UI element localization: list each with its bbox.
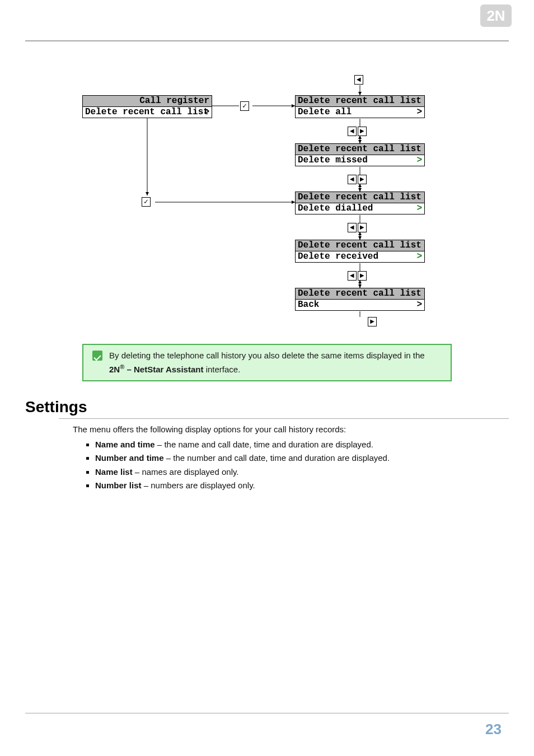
settings-heading: Settings: [25, 398, 509, 416]
right-key-icon: ►: [358, 223, 367, 232]
menu-item-label: Delete recent call list: [85, 107, 209, 117]
option-desc: – the name and call date, time and durat…: [155, 440, 373, 449]
menu-title: Delete recent call list: [296, 288, 424, 300]
tip-prefix: By deleting the telephone call history y…: [109, 351, 425, 360]
left-key-icon: ◄: [348, 223, 357, 232]
option-name: Name and time: [95, 440, 155, 449]
logo-icon: 2N: [480, 4, 512, 27]
menu-item-label: Back: [298, 300, 319, 310]
delete-missed-menu-box: Delete recent call list Delete missed >: [295, 143, 425, 166]
menu-item-label: Delete missed: [298, 155, 368, 165]
tip-callout: By deleting the telephone call history y…: [82, 344, 452, 381]
right-key-icon: ►: [358, 127, 367, 136]
delete-received-item[interactable]: Delete received >: [296, 251, 424, 262]
check-icon: [92, 351, 102, 361]
right-key-icon: ►: [368, 317, 377, 326]
call-register-title: Call register: [83, 96, 212, 107]
chevron-right-icon: >: [416, 107, 422, 118]
menu-title: Delete recent call list: [296, 240, 424, 251]
delete-all-item[interactable]: Delete all >: [296, 107, 424, 118]
option-name: Number and time: [95, 453, 164, 463]
delete-received-menu-box: Delete recent call list Delete received …: [295, 240, 425, 263]
tip-text: By deleting the telephone call history y…: [109, 349, 442, 376]
delete-missed-item[interactable]: Delete missed >: [296, 155, 424, 166]
option-desc: – numbers are displayed only.: [142, 480, 255, 490]
back-menu-box: Delete recent call list Back >: [295, 288, 425, 311]
back-item[interactable]: Back >: [296, 300, 424, 310]
ok-key-icon: ✓: [240, 101, 249, 111]
list-item: Name list – names are displayed only.: [95, 466, 509, 479]
nav-key-group: ◄ ►: [348, 175, 367, 184]
svg-text:2N: 2N: [486, 7, 505, 24]
tip-product-suffix: – NetStar Assistant: [124, 365, 203, 374]
list-item: Number list – numbers are displayed only…: [95, 479, 509, 492]
menu-item-label: Delete dialled: [298, 203, 373, 213]
list-item: Number and time – the number and call da…: [95, 452, 509, 465]
tip-suffix: interface.: [203, 365, 240, 374]
tip-product: 2N: [109, 365, 120, 374]
section-rule: [59, 418, 509, 419]
option-name: Number list: [95, 480, 142, 490]
chevron-right-icon: >: [416, 203, 422, 214]
menu-item-label: Delete received: [298, 251, 378, 262]
menu-item-label: Delete all: [298, 107, 352, 117]
delete-dialled-item[interactable]: Delete dialled >: [296, 203, 424, 214]
delete-dialled-menu-box: Delete recent call list Delete dialled >: [295, 192, 425, 214]
right-key-icon: ►: [358, 175, 367, 184]
top-rule: [25, 40, 509, 41]
settings-intro: The menu offers the following display op…: [73, 423, 509, 436]
left-key-icon: ◄: [348, 127, 357, 136]
left-key-icon: ◄: [354, 75, 363, 85]
ok-key-icon: ✓: [142, 197, 151, 207]
left-key-icon: ◄: [348, 175, 357, 184]
nav-key-group: ◄ ►: [348, 271, 367, 281]
call-register-menu-box: Call register Delete recent call list >: [82, 95, 212, 118]
menu-title: Delete recent call list: [296, 96, 424, 107]
nav-key-group: ◄ ►: [348, 127, 367, 136]
settings-options-list: Name and time – the name and call date, …: [73, 438, 509, 492]
chevron-right-icon: >: [204, 107, 209, 118]
settings-body: The menu offers the following display op…: [73, 423, 509, 492]
option-name: Name list: [95, 467, 133, 477]
menu-title: Delete recent call list: [296, 192, 424, 203]
brand-logo: 2N: [480, 4, 512, 27]
nav-key-group: ◄ ►: [348, 223, 367, 232]
page: 2N: [0, 0, 534, 756]
page-number: 23: [485, 721, 502, 738]
option-desc: – the number and call date, time and dur…: [164, 453, 390, 463]
right-key-icon: ►: [358, 271, 367, 281]
chevron-right-icon: >: [416, 251, 422, 262]
menu-title: Delete recent call list: [296, 144, 424, 155]
delete-all-menu-box: Delete recent call list Delete all >: [295, 95, 425, 118]
option-desc: – names are displayed only.: [133, 467, 239, 477]
chevron-right-icon: >: [416, 300, 422, 310]
left-key-icon: ◄: [348, 271, 357, 281]
chevron-right-icon: >: [416, 155, 422, 166]
list-item: Name and time – the name and call date, …: [95, 438, 509, 451]
menu-flow-diagram: Call register Delete recent call list > …: [82, 75, 452, 327]
bottom-rule: [25, 713, 509, 713]
delete-recent-call-list-item[interactable]: Delete recent call list >: [83, 107, 212, 118]
